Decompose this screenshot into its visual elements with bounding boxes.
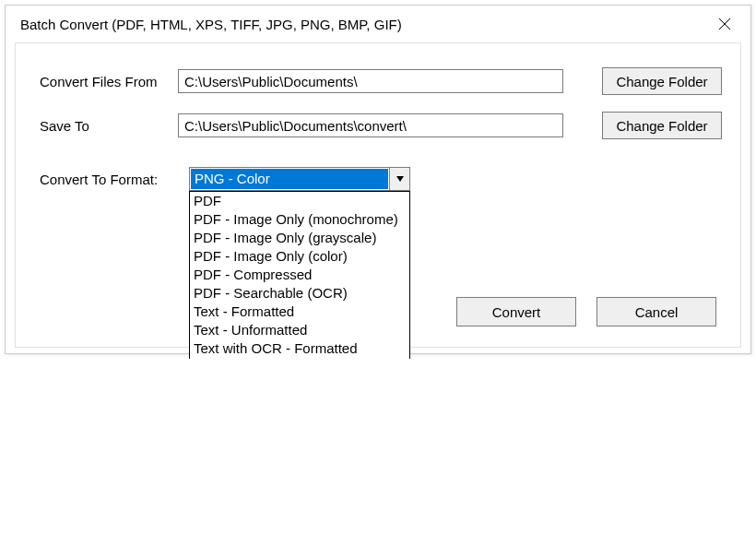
- close-icon: [718, 18, 731, 30]
- chevron-down-icon: [396, 176, 404, 182]
- batch-convert-dialog: Batch Convert (PDF, HTML, XPS, TIFF, JPG…: [5, 5, 751, 354]
- format-label: Convert To Format:: [40, 172, 189, 187]
- close-button[interactable]: [710, 9, 739, 39]
- save-to-row: Save To Change Folder: [40, 112, 722, 139]
- format-option[interactable]: Text with OCR - Formatted: [190, 339, 409, 358]
- format-option[interactable]: Text - Formatted: [190, 303, 409, 321]
- format-option[interactable]: PDF: [190, 192, 409, 210]
- titlebar: Batch Convert (PDF, HTML, XPS, TIFF, JPG…: [6, 6, 750, 42]
- format-option[interactable]: Text - Unformatted: [190, 321, 409, 339]
- save-to-label: Save To: [40, 118, 178, 134]
- format-dropdown[interactable]: PDFPDF - Image Only (monochrome)PDF - Im…: [189, 191, 410, 359]
- format-option[interactable]: PDF - Compressed: [190, 266, 409, 284]
- format-option[interactable]: PDF - Image Only (monochrome): [190, 210, 409, 229]
- change-folder-from-button[interactable]: Change Folder: [602, 67, 722, 95]
- convert-from-row: Convert Files From Change Folder: [40, 67, 722, 95]
- combo-arrow-button[interactable]: [389, 168, 409, 190]
- format-option[interactable]: PDF - Searchable (OCR): [190, 284, 409, 303]
- cancel-button[interactable]: Cancel: [597, 297, 716, 326]
- format-option[interactable]: Text with OCR - Unformatted: [190, 358, 409, 359]
- dialog-content: Convert Files From Change Folder Save To…: [15, 42, 741, 348]
- convert-button[interactable]: Convert: [456, 297, 576, 326]
- format-selected-value: PNG - Color: [191, 169, 388, 189]
- window-title: Batch Convert (PDF, HTML, XPS, TIFF, JPG…: [20, 17, 402, 32]
- convert-from-input[interactable]: [178, 69, 563, 93]
- change-folder-to-button[interactable]: Change Folder: [602, 112, 722, 139]
- convert-from-label: Convert Files From: [40, 74, 178, 89]
- save-to-input[interactable]: [178, 113, 563, 137]
- format-option[interactable]: PDF - Image Only (grayscale): [190, 229, 409, 247]
- format-row: Convert To Format: PNG - Color PDFPDF - …: [40, 167, 722, 191]
- format-option[interactable]: PDF - Image Only (color): [190, 247, 409, 266]
- format-combo-wrap: PNG - Color PDFPDF - Image Only (monochr…: [189, 167, 410, 191]
- svg-marker-2: [396, 176, 404, 182]
- format-combobox[interactable]: PNG - Color: [189, 167, 410, 191]
